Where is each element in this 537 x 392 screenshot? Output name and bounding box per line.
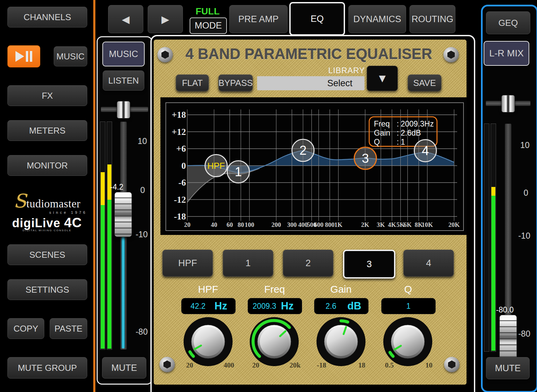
q-knob-min: 0.5 bbox=[379, 361, 400, 370]
svg-text:Q: Q bbox=[374, 138, 380, 146]
master-pan-handle[interactable] bbox=[501, 95, 515, 112]
eq-graph[interactable]: +18+12+60-6-12-1820406080100200300400500… bbox=[160, 97, 467, 235]
play-pause-button[interactable] bbox=[7, 45, 40, 67]
tab-pre-amp[interactable]: PRE AMP bbox=[229, 5, 288, 33]
svg-text:60: 60 bbox=[227, 221, 233, 228]
svg-text:20: 20 bbox=[184, 221, 191, 228]
level-meter-right bbox=[107, 121, 112, 350]
paste-button[interactable]: PASTE bbox=[50, 318, 87, 339]
fader-scale-n10: -10 bbox=[136, 230, 148, 239]
master-meter-right bbox=[491, 124, 496, 352]
param-label-q: Q bbox=[381, 284, 435, 295]
prev-arrow-icon: ◀ bbox=[122, 13, 130, 25]
master-fader-value: -80.0 bbox=[496, 305, 514, 314]
freq-knob[interactable] bbox=[249, 316, 299, 367]
hpf-value-display: 42.2 Hz bbox=[181, 298, 236, 314]
svg-text:100: 100 bbox=[245, 221, 254, 228]
next-arrow-icon: ▶ bbox=[161, 13, 169, 25]
svg-text:1K: 1K bbox=[334, 221, 343, 228]
channel-name-button[interactable]: MUSIC bbox=[102, 42, 145, 66]
master-scale-n10: -10 bbox=[518, 231, 530, 241]
bypass-button[interactable]: BYPASS bbox=[218, 75, 253, 91]
tab-eq[interactable]: EQ bbox=[289, 2, 345, 36]
eq-node-4[interactable]: 4 bbox=[414, 140, 436, 162]
channels-button[interactable]: CHANNELS bbox=[7, 7, 87, 28]
prev-channel-button[interactable]: ◀ bbox=[108, 5, 143, 33]
fx-button[interactable]: FX bbox=[7, 85, 87, 106]
svg-text:10K: 10K bbox=[422, 221, 433, 228]
gain-knob-max: 18 bbox=[351, 361, 373, 370]
meters-button[interactable]: METERS bbox=[7, 120, 87, 141]
brand-name: tudiomaster bbox=[27, 198, 81, 210]
screw-icon bbox=[159, 357, 175, 372]
freq-unit: Hz bbox=[281, 300, 302, 312]
flat-button[interactable]: FLAT bbox=[176, 75, 209, 91]
fader-scale-0: 0 bbox=[140, 185, 145, 195]
master-mute-button[interactable]: MUTE bbox=[486, 357, 530, 379]
tab-dynamics[interactable]: DYNAMICS bbox=[348, 5, 406, 33]
save-button[interactable]: SAVE bbox=[408, 75, 441, 91]
eq-node-1[interactable]: 1 bbox=[227, 161, 249, 183]
hpf-knob[interactable] bbox=[183, 316, 233, 367]
fader-value: -4.2 bbox=[110, 183, 124, 192]
svg-text:3K: 3K bbox=[377, 221, 385, 228]
eq-node-2[interactable]: 2 bbox=[292, 139, 314, 161]
band-button-1[interactable]: 1 bbox=[223, 250, 273, 277]
mute-group-button[interactable]: MUTE GROUP bbox=[7, 357, 87, 379]
library-select[interactable]: Select bbox=[257, 76, 364, 90]
fader-cap[interactable] bbox=[114, 192, 132, 237]
q-knob[interactable] bbox=[383, 316, 433, 367]
master-fader-cap[interactable] bbox=[499, 315, 517, 360]
band-button-4[interactable]: 4 bbox=[403, 250, 454, 277]
svg-text:600: 600 bbox=[314, 221, 324, 228]
screw-icon bbox=[444, 357, 459, 372]
monitor-button[interactable]: MONITOR bbox=[7, 155, 87, 176]
band-button-hpf[interactable]: HPF bbox=[162, 250, 213, 277]
copy-button[interactable]: COPY bbox=[7, 318, 44, 339]
music-button[interactable]: MUSIC bbox=[54, 46, 87, 66]
band-button-2[interactable]: 2 bbox=[283, 250, 333, 277]
brand-model: 4C bbox=[64, 215, 82, 230]
q-value-display: 1 bbox=[381, 298, 436, 314]
svg-text:200: 200 bbox=[272, 221, 281, 228]
svg-text:Freq: Freq bbox=[374, 119, 390, 128]
gain-value: 2.6 bbox=[314, 302, 347, 311]
brand-logo: Studiomaster since 1976 digiLive 4C DIGI… bbox=[5, 190, 89, 232]
svg-text:+12: +12 bbox=[172, 127, 186, 137]
eq-response-plot: +18+12+60-6-12-1820406080100200300400500… bbox=[160, 97, 467, 235]
gain-knob[interactable] bbox=[316, 316, 366, 367]
svg-text:40: 40 bbox=[211, 221, 217, 228]
pan-slider-handle[interactable] bbox=[117, 101, 130, 118]
band-button-3[interactable]: 3 bbox=[343, 250, 395, 279]
eq-node-hpf[interactable]: HPF bbox=[205, 155, 227, 177]
svg-text:2009.3Hz: 2009.3Hz bbox=[401, 119, 434, 128]
screw-icon bbox=[443, 47, 459, 62]
gain-unit: dB bbox=[347, 300, 368, 312]
library-dropdown-button[interactable]: ▼ bbox=[367, 66, 398, 91]
channel-mute-button[interactable]: MUTE bbox=[102, 357, 146, 379]
tab-routing[interactable]: ROUTING bbox=[409, 5, 455, 33]
hpf-unit: Hz bbox=[214, 300, 235, 312]
eq-node-3[interactable]: 3 bbox=[354, 147, 377, 169]
mode-status-label: FULL bbox=[190, 6, 226, 17]
listen-button[interactable]: LISTEN bbox=[103, 70, 144, 91]
freq-value: 2009.3 bbox=[248, 302, 281, 311]
next-channel-button[interactable]: ▶ bbox=[148, 5, 183, 33]
curve-fills bbox=[187, 151, 454, 202]
play-pause-icon bbox=[15, 51, 32, 62]
svg-text::: : bbox=[397, 138, 399, 146]
q-knob-max: 10 bbox=[418, 361, 440, 370]
master-name-button[interactable]: L-R MIX bbox=[484, 41, 529, 66]
mode-button[interactable]: MODE bbox=[190, 17, 227, 34]
svg-text:-6: -6 bbox=[179, 178, 186, 188]
brand-product: digiLive bbox=[12, 216, 60, 230]
svg-text:Gain: Gain bbox=[374, 129, 390, 137]
dropdown-arrow-icon: ▼ bbox=[377, 72, 388, 85]
settings-button[interactable]: SETTINGS bbox=[7, 279, 87, 300]
svg-text:4: 4 bbox=[422, 144, 429, 158]
svg-text:20K: 20K bbox=[448, 221, 460, 228]
geq-button[interactable]: GEQ bbox=[486, 11, 530, 34]
svg-text:-18: -18 bbox=[174, 211, 186, 222]
scenes-button[interactable]: SCENES bbox=[7, 244, 87, 265]
svg-text:800: 800 bbox=[325, 221, 335, 228]
